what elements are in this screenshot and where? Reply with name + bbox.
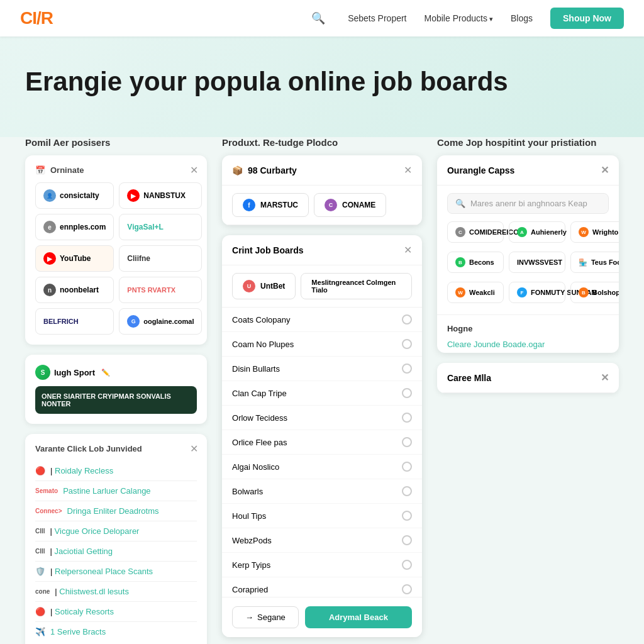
center-modal-card: Crint Job Boards ✕ U UntBet Meslitngrean… [222,235,422,637]
left-card-2: Varante Click Lob Junvided ✕ 🔴 | Roidaly… [25,434,207,644]
logo-nanbstux[interactable]: ▶ NANBSTUX [119,182,202,209]
job-item-1[interactable]: Coats Colopany [222,308,422,332]
left-logos-grid: 👤 consictalty ▶ NANBSTUX e ennples.com V… [35,182,197,335]
radio-3[interactable] [402,364,412,374]
sidebar-item-4[interactable]: Clll | Vicgue Orice Deloparer [35,521,197,541]
job-item-6[interactable]: Orlice Flee pas [222,430,422,455]
logo-pnts[interactable]: PNTS RVARTX [119,277,202,303]
logo-icon-becons: B [455,257,465,267]
nav-link-sebets[interactable]: Sebets Propert [348,13,406,23]
radio-1[interactable] [402,314,412,325]
job-item-8[interactable]: Bolwarls [222,479,422,504]
job-list: Coats Colopany Coam No Plupes Disin Bull… [222,308,422,597]
sport-logo-banner[interactable]: ONER SIARITER CRYIPMAR SONVALIS NONTER [35,386,197,414]
sidebar-item-3[interactable]: Connec> Dringa Enliter Deadrotms [35,501,197,521]
radio-5[interactable] [402,413,412,423]
radio-10[interactable] [402,535,412,545]
job-item-5[interactable]: Orlow Tecidess [222,406,422,430]
modal-logo-meslit[interactable]: Meslitngreancet Colmgen Tialo [301,273,412,299]
radio-9[interactable] [402,511,412,521]
logo-ooglaine[interactable]: G ooglaine.comal [119,308,202,335]
secondary-button[interactable]: → Segane [232,606,299,628]
bottom-right-header: Caree Mlla ✕ [437,363,619,393]
left-card-2-close[interactable]: ✕ [190,443,198,455]
top-logo-coname[interactable]: C CONAME [314,193,386,217]
right-logo-auhienerly[interactable]: A Auhienerly [509,221,565,243]
sidebar-item-8[interactable]: 🔴 | Soticaly Resorts [35,602,197,622]
job-item-9[interactable]: Houl Tips [222,504,422,528]
logo-icon-weakcli: W [455,287,465,297]
right-logo-comidereico[interactable]: C COMIDEREICO [447,221,504,243]
radio-2[interactable] [402,339,412,349]
left-card-1-close[interactable]: ✕ [190,164,198,176]
right-logo-teus-fooms[interactable]: 🏪 Teus Fooms [570,252,619,273]
bottom-right-close[interactable]: ✕ [601,372,609,384]
right-logo-weakcli[interactable]: W Weakcli [447,282,504,303]
right-card-header: Ourangle Capss ✕ [437,155,619,186]
center-modal-title: Crint Job Boards [232,245,304,255]
logo-ennples[interactable]: e ennples.com [35,214,114,240]
sidebar-item-7[interactable]: cone | Chiistwest.dl lesuts [35,582,197,602]
sidebar-item-9[interactable]: ✈️ 1 Serive Bracts [35,622,197,641]
logo-icon-bolshop: B [579,287,589,297]
logo-cliifne[interactable]: Cliifne [119,245,202,272]
modal-logo-untbet[interactable]: U UntBet [232,273,296,299]
nav-link-blogs[interactable]: Blogs [511,13,533,23]
logo-youtube[interactable]: ▶ YouTube [35,245,114,272]
sidebar-item-6[interactable]: 🛡️ | Relpersoneal Place Scants [35,562,197,582]
sidebar-items-list: 🔴 | Roidaly Recless Semato Pastine Larlu… [35,461,197,641]
arrow-icon: → [245,613,253,622]
sidebar-item-1[interactable]: 🔴 | Roidaly Recless [35,461,197,481]
radio-12[interactable] [402,584,412,594]
right-logo-becons[interactable]: B Becons [447,252,504,273]
logo-icon-wrightonment: W [579,227,589,237]
job-item-3[interactable]: Disin Bullarts [222,357,422,381]
nav-links: 🔍 Sebets Propert Mobile Products Blogs S… [311,8,624,29]
center-top-card-close[interactable]: ✕ [404,164,412,176]
job-item-2[interactable]: Coam No Plupes [222,332,422,357]
right-logos-row-2: B Becons INVWSSVEST 🏪 Teus Fooms ▶ Maorc… [437,252,619,279]
right-logo-invwssvest[interactable]: INVWSSVEST [509,252,565,273]
logo-icon-fonmuty: F [517,287,527,297]
logo-vigasal[interactable]: VigaSal+L [119,214,202,240]
logo-icon-untbet: U [243,280,255,292]
job-item-10[interactable]: WebzPods [222,528,422,553]
logo-icon-marstuc: f [243,199,255,211]
radio-6[interactable] [402,437,412,447]
sidebar-icon-1: 🔴 [35,466,45,475]
logo: CI/R [20,8,53,28]
hero-title: Erangie your popula online job boards [25,67,619,97]
job-item-4[interactable]: Clan Cap Tripe [222,381,422,406]
job-item-7[interactable]: Algai Noslico [222,455,422,479]
center-top-card-header: 📦 98 Curbarty ✕ [222,155,422,186]
primary-button[interactable]: Adrymal Beack [305,606,412,628]
job-item-12[interactable]: Corapried [222,577,422,597]
right-link-hogne[interactable]: Cleare Jounde Boade.ogar [437,336,619,353]
nav-link-mobile[interactable]: Mobile Products [425,13,493,23]
top-logo-marstuc[interactable]: f MARSTUC [232,193,309,217]
radio-11[interactable] [402,560,412,570]
radio-7[interactable] [402,462,412,472]
radio-4[interactable] [402,388,412,398]
sidebar-icon-8: 🔴 [35,607,45,616]
job-item-11[interactable]: Kerp Tyips [222,553,422,577]
logo-consictalty[interactable]: 👤 consictalty [35,182,114,209]
search-icon[interactable]: 🔍 [311,11,325,25]
right-logo-fonmuty[interactable]: F FONMUTY SUNDAN [509,282,565,303]
center-modal-close[interactable]: ✕ [404,244,412,256]
right-search-bar[interactable]: 🔍 Mares anenr bi anghnoars Keap [447,193,609,214]
sidebar-icon-6: 🛡️ [35,567,45,576]
left-card-2-header: Varante Click Lob Junvided [35,444,197,453]
right-logo-bolshop[interactable]: B Bolshop [570,282,619,303]
center-top-card-title: 📦 98 Curbarty [232,165,297,175]
logo-icon-ennples: e [43,221,56,233]
logo-noonbelart[interactable]: n noonbelart [35,277,114,303]
right-card-close[interactable]: ✕ [601,164,609,176]
radio-8[interactable] [402,486,412,496]
modal-footer: → Segane Adrymal Beack [222,597,422,637]
right-logo-wrightonment[interactable]: W Wrightonment [570,221,619,243]
sidebar-item-5[interactable]: Clll | Jaciotial Getting [35,541,197,562]
logo-belfrich[interactable]: BELFRICH [35,308,114,335]
cta-button[interactable]: Shoup Now [550,8,624,29]
sidebar-item-2[interactable]: Semato Pastine Larluer Calange [35,481,197,501]
